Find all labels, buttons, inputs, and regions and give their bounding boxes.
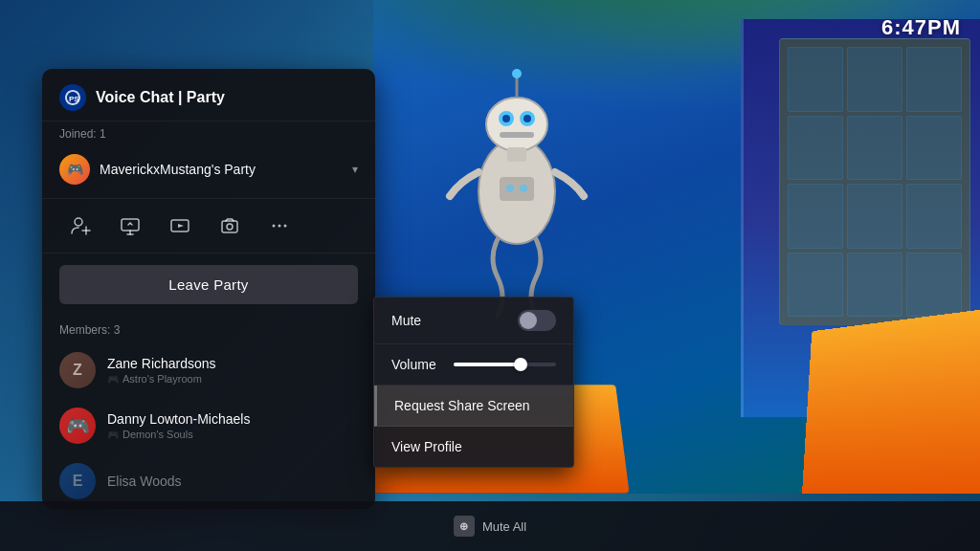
svg-point-5 xyxy=(523,115,531,122)
member-info-danny: Danny Lowton-Michaels 🎮 Demon's Souls xyxy=(107,411,358,440)
member-name-danny: Danny Lowton-Michaels xyxy=(107,411,358,427)
svg-rect-6 xyxy=(500,132,534,138)
svg-point-25 xyxy=(278,225,281,228)
panel-header: PS Voice Chat | Party xyxy=(42,69,375,121)
leave-party-button[interactable]: Leave Party xyxy=(59,265,358,304)
mute-label: Mute xyxy=(391,313,421,328)
toolbar xyxy=(42,198,375,253)
request-share-screen-item[interactable]: Request Share Screen xyxy=(374,386,573,427)
game-icon-zane: 🎮 xyxy=(107,374,119,385)
mute-all-label[interactable]: Mute All xyxy=(482,519,526,534)
member-item-danny[interactable]: 🎮 Danny Lowton-Michaels 🎮 Demon's Souls xyxy=(42,398,375,453)
member-name-elisa: Elisa Woods xyxy=(107,474,358,489)
party-name-label: MaverickxMustang's Party xyxy=(100,162,343,177)
volume-row: Volume xyxy=(374,344,573,386)
svg-point-24 xyxy=(273,225,276,228)
mute-toggle-item[interactable]: Mute xyxy=(374,298,573,344)
mute-all-footer: ⊕ Mute All xyxy=(0,501,980,551)
ps-logo-icon: PS xyxy=(59,84,86,111)
member-item-zane[interactable]: Z Zane Richardsons 🎮 Astro's Playroom xyxy=(42,342,375,398)
mute-toggle-switch[interactable] xyxy=(518,310,556,331)
members-header: Members: 3 xyxy=(42,316,375,342)
svg-rect-17 xyxy=(122,219,139,231)
chevron-down-icon: ▾ xyxy=(352,163,358,176)
party-selector[interactable]: 🎮 MaverickxMustang's Party ▾ xyxy=(42,146,375,192)
svg-rect-22 xyxy=(222,221,237,232)
member-info-zane: Zane Richardsons 🎮 Astro's Playroom xyxy=(107,356,358,385)
volume-thumb[interactable] xyxy=(514,358,527,371)
clock: 6:47PM xyxy=(881,15,961,40)
svg-rect-10 xyxy=(500,177,534,201)
party-host-avatar: 🎮 xyxy=(59,154,90,185)
svg-point-11 xyxy=(506,185,514,192)
svg-point-9 xyxy=(512,69,522,78)
svg-point-14 xyxy=(75,218,82,226)
svg-point-12 xyxy=(520,185,527,192)
robot-figure xyxy=(421,19,612,325)
panel-title: Voice Chat | Party xyxy=(96,89,225,106)
voice-chat-panel: PS Voice Chat | Party Joined: 1 🎮 Maveri… xyxy=(42,69,375,509)
svg-point-1 xyxy=(486,98,547,151)
member-avatar-danny: 🎮 xyxy=(59,408,96,444)
svg-point-26 xyxy=(284,225,287,228)
volume-label: Volume xyxy=(391,357,444,372)
svg-point-4 xyxy=(502,115,510,122)
member-avatar-zane: Z xyxy=(59,352,96,388)
svg-rect-7 xyxy=(507,147,526,162)
member-info-elisa: Elisa Woods xyxy=(107,474,358,489)
game-label-danny: Demon's Souls xyxy=(122,429,193,440)
svg-marker-21 xyxy=(178,224,184,228)
game-label-zane: Astro's Playroom xyxy=(122,373,202,385)
request-share-label: Request Share Screen xyxy=(394,398,530,413)
share-screen-button[interactable] xyxy=(109,209,151,243)
view-profile-item[interactable]: View Profile xyxy=(374,427,573,467)
member-avatar-elisa: E xyxy=(59,463,96,499)
mute-all-icon: ⊕ xyxy=(454,516,475,537)
joined-info: Joined: 1 xyxy=(42,121,375,146)
game-icon-danny: 🎮 xyxy=(107,430,119,440)
context-menu: Mute Volume Request Share Screen View Pr… xyxy=(373,297,574,468)
member-game-danny: 🎮 Demon's Souls xyxy=(107,429,358,440)
capture-button[interactable] xyxy=(209,209,251,243)
volume-slider[interactable] xyxy=(454,363,556,366)
add-friend-button[interactable] xyxy=(59,209,101,243)
svg-point-23 xyxy=(227,224,233,230)
share-game-button[interactable] xyxy=(159,209,201,243)
more-options-button[interactable] xyxy=(258,209,301,243)
member-game-zane: 🎮 Astro's Playroom xyxy=(107,373,358,385)
member-name-zane: Zane Richardsons xyxy=(107,356,358,371)
svg-text:PS: PS xyxy=(69,95,79,103)
volume-fill xyxy=(454,363,521,366)
view-profile-label: View Profile xyxy=(391,439,462,454)
